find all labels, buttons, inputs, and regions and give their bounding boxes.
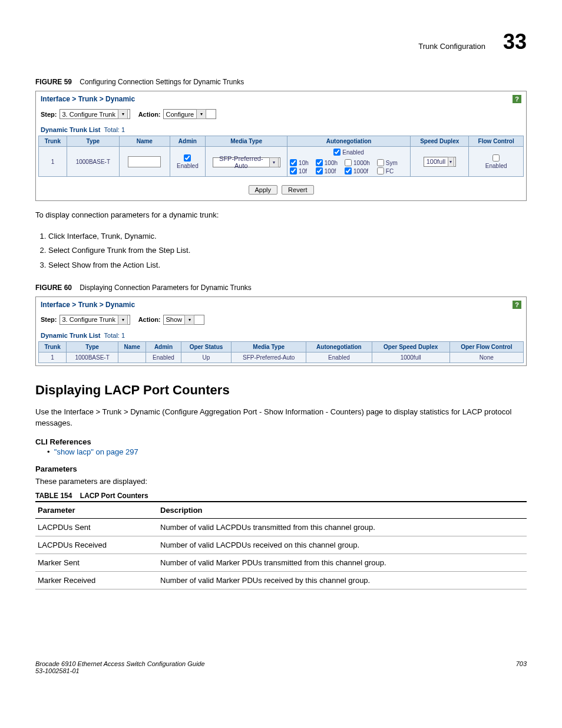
list-total: Total: 1: [104, 332, 125, 339]
step-item: Click Interface, Trunk, Dynamic.: [48, 229, 527, 244]
figure59-label: FIGURE 59: [35, 78, 72, 86]
breadcrumb: Interface > Trunk > Dynamic: [41, 95, 135, 103]
opt-1000h[interactable]: [345, 159, 352, 166]
cell-trunk: 1: [39, 147, 67, 177]
chevron-down-icon: ▾: [184, 315, 194, 325]
step-dropdown[interactable]: 3. Configure Trunk ▾: [59, 109, 130, 119]
page-footer: Brocade 6910 Ethernet Access Switch Conf…: [35, 660, 527, 674]
flow-checkbox[interactable]: [492, 154, 500, 162]
figure60-caption: FIGURE 60 Displaying Connection Paramete…: [35, 284, 527, 292]
list-title: Dynamic Trunk List: [41, 126, 100, 133]
chevron-down-icon: ▾: [269, 157, 279, 167]
param-row: Marker ReceivedNumber of valid Marker PD…: [35, 572, 527, 589]
cli-link[interactable]: "show lacp" on page 297: [54, 447, 138, 456]
admin-checkbox[interactable]: [184, 154, 191, 162]
footer-title: Brocade 6910 Ethernet Access Switch Conf…: [35, 660, 205, 667]
col-name: Name: [119, 136, 170, 147]
cell-type: 1000BASE-T: [67, 147, 119, 177]
col-oper: Oper Status: [181, 341, 232, 352]
step-label: Step:: [41, 316, 57, 323]
page-number: 703: [516, 660, 527, 674]
breadcrumb: Interface > Trunk > Dynamic: [41, 301, 135, 309]
param-row: LACPDUs SentNumber of valid LACPDUs tran…: [35, 519, 527, 536]
lacp-intro: Use the Interface > Trunk > Dynamic (Con…: [35, 406, 527, 429]
chevron-down-icon: ▾: [448, 157, 454, 167]
col-ospeed: Oper Speed Duplex: [372, 341, 449, 352]
figure59-caption: FIGURE 59 Configuring Connection Setting…: [35, 78, 527, 86]
opt-10f[interactable]: [290, 167, 297, 174]
col-admin: Admin: [170, 136, 205, 147]
table-row: 1 1000BASE-T Enabled SFP-Preferred-Auto …: [39, 147, 524, 177]
step-item: Select Configure Trunk from the Step Lis…: [48, 243, 527, 258]
col-trunk: Trunk: [39, 136, 67, 147]
help-icon[interactable]: ?: [513, 95, 521, 103]
figure60-label: FIGURE 60: [35, 284, 72, 292]
dynamic-trunk-show-table: Trunk Type Name Admin Oper Status Media …: [38, 341, 524, 363]
chevron-down-icon: ▾: [196, 109, 206, 119]
opt-fc[interactable]: [377, 167, 384, 174]
figure59-screenshot: Interface > Trunk > Dynamic ? Step: 3. C…: [35, 91, 527, 201]
opt-1000f[interactable]: [345, 167, 352, 174]
table154-caption: TABLE 154 LACP Port Counters: [35, 492, 527, 500]
table-row: 1 1000BASE-T Enabled Up SFP-Preferred-Au…: [39, 352, 524, 363]
page-header: Trunk Configuration 33: [35, 29, 527, 54]
action-label: Action:: [138, 316, 161, 323]
revert-button[interactable]: Revert: [282, 185, 313, 195]
list-total: Total: 1: [104, 126, 125, 133]
step-dropdown[interactable]: 3. Configure Trunk ▾: [59, 315, 130, 325]
figure59-title: Configuring Connection Settings for Dyna…: [80, 78, 244, 86]
action-label: Action:: [138, 111, 161, 118]
dynamic-trunk-table: Trunk Type Name Admin Media Type Autoneg…: [38, 136, 524, 177]
chevron-down-icon: ▾: [118, 315, 128, 325]
chevron-down-icon: ▾: [118, 109, 128, 119]
cli-references-head: CLI References: [35, 437, 527, 446]
col-description: Description: [158, 502, 527, 519]
name-input[interactable]: [128, 156, 161, 167]
lacp-port-counters-table: Parameter Description LACPDUs SentNumber…: [35, 501, 527, 589]
figure60-screenshot: Interface > Trunk > Dynamic ? Step: 3. C…: [35, 297, 527, 366]
chapter-number: 33: [503, 29, 527, 54]
speed-dropdown[interactable]: 100full ▾: [424, 157, 456, 167]
admin-label: Enabled: [177, 163, 199, 169]
col-auton: Autonegotiation: [306, 341, 372, 352]
col-flow: Flow Control: [469, 136, 524, 147]
lacp-heading: Displaying LACP Port Counters: [35, 383, 527, 398]
opt-sym[interactable]: [377, 159, 384, 166]
intro-text: To display connection parameters for a d…: [35, 209, 527, 221]
parameters-intro: These parameters are displayed:: [35, 476, 527, 487]
col-oflow: Oper Flow Control: [449, 341, 523, 352]
figure60-title: Displaying Connection Parameters for Dyn…: [80, 284, 251, 292]
col-type: Type: [67, 341, 118, 352]
help-icon[interactable]: ?: [513, 301, 521, 309]
col-admin: Admin: [146, 341, 181, 352]
action-dropdown[interactable]: Configure ▾: [163, 109, 216, 119]
param-row: LACPDUs ReceivedNumber of valid LACPDUs …: [35, 536, 527, 554]
col-media: Media Type: [232, 341, 306, 352]
list-title: Dynamic Trunk List: [41, 332, 100, 339]
opt-10h[interactable]: [290, 159, 297, 166]
action-dropdown[interactable]: Show ▾: [163, 315, 204, 325]
section-title: Trunk Configuration: [418, 42, 485, 51]
col-trunk: Trunk: [39, 341, 67, 352]
parameters-head: Parameters: [35, 465, 527, 473]
step-item: Select Show from the Action List.: [48, 258, 527, 273]
col-speed: Speed Duplex: [411, 136, 469, 147]
col-type: Type: [67, 136, 119, 147]
flow-label: Enabled: [485, 163, 507, 169]
col-media: Media Type: [206, 136, 287, 147]
col-auton: Autonegotiation: [287, 136, 411, 147]
apply-button[interactable]: Apply: [249, 185, 278, 195]
media-dropdown[interactable]: SFP-Preferred-Auto ▾: [213, 157, 280, 167]
step-label: Step:: [41, 111, 57, 118]
footer-docnum: 53-1002581-01: [35, 667, 205, 674]
opt-100h[interactable]: [316, 159, 323, 166]
col-parameter: Parameter: [35, 502, 158, 519]
auton-enabled-checkbox[interactable]: [333, 149, 340, 156]
steps-list: Click Interface, Trunk, Dynamic. Select …: [35, 229, 527, 273]
col-name: Name: [118, 341, 146, 352]
opt-100f[interactable]: [316, 167, 323, 174]
param-row: Marker SentNumber of valid Marker PDUs t…: [35, 554, 527, 572]
